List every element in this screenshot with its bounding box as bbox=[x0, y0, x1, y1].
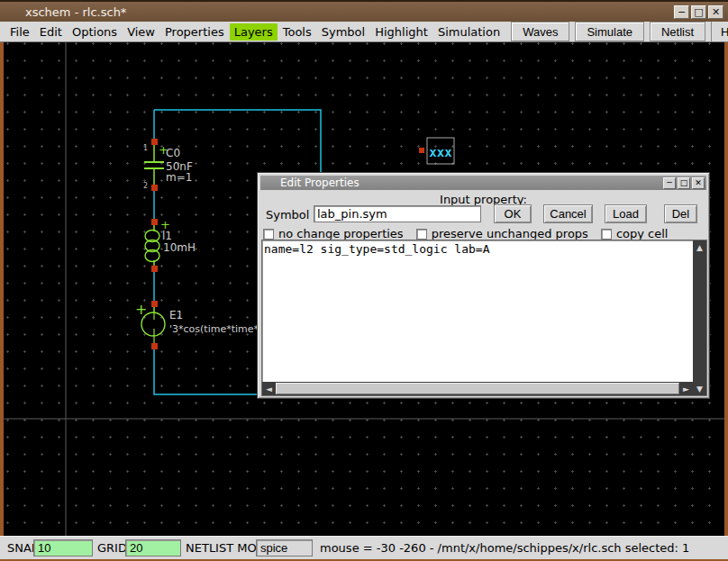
pin-square bbox=[151, 343, 158, 349]
copy-cell-checkbox[interactable] bbox=[601, 229, 612, 240]
scroll-right-icon[interactable]: ► bbox=[679, 382, 693, 395]
pin-square bbox=[151, 266, 158, 272]
preserve-unchanged-props-label: preserve unchanged props bbox=[432, 227, 588, 240]
property-textarea-frame: name=l2 sig_type=std_logic lab=A ▲ ▼ ◄ ► bbox=[261, 240, 707, 396]
checkbox-row: no change properties preserve unchanged … bbox=[263, 227, 668, 240]
src-name-label: E1 bbox=[169, 309, 183, 321]
title-bar: xschem - rlc.sch* ─ □ ✕ bbox=[0, 2, 728, 22]
pin-square bbox=[151, 139, 158, 145]
cancel-button[interactable]: Cancel bbox=[543, 204, 593, 223]
cap-pin1-number: 1 bbox=[143, 144, 148, 152]
waves-button[interactable]: Waves bbox=[511, 22, 569, 41]
dialog-title-bar[interactable]: Edit Properties ─ □ ✕ bbox=[260, 176, 706, 190]
menu-symbol[interactable]: Symbol bbox=[317, 23, 369, 41]
edit-properties-dialog: Edit Properties ─ □ ✕ Input property: Sy… bbox=[257, 172, 710, 399]
cap-name-label: C0 bbox=[166, 147, 180, 159]
menu-properties[interactable]: Properties bbox=[160, 23, 229, 41]
simulate-button[interactable]: Simulate bbox=[575, 22, 644, 41]
menu-layers[interactable]: Layers bbox=[230, 23, 278, 41]
menu-action-buttons: Waves Simulate Netlist Help bbox=[505, 22, 728, 41]
vertical-scrollbar[interactable]: ▲ ▼ bbox=[693, 240, 706, 395]
ind-value-label: 10mH bbox=[163, 241, 196, 254]
grid-input[interactable] bbox=[125, 539, 181, 556]
menu-view[interactable]: View bbox=[123, 23, 159, 41]
cap-extra-label: m=1 bbox=[166, 171, 192, 184]
pin-square bbox=[419, 148, 424, 153]
help-button[interactable]: Help bbox=[711, 22, 728, 41]
selected-lab-pin[interactable]: xxx bbox=[419, 138, 454, 164]
src-plus-mark: + bbox=[135, 301, 147, 318]
horizontal-scrollbar-thumb[interactable] bbox=[276, 383, 679, 394]
load-button[interactable]: Load bbox=[605, 204, 647, 223]
menu-file[interactable]: File bbox=[5, 23, 34, 41]
cap-pin2-number: 2 bbox=[143, 182, 148, 190]
lab-pin-text: xxx bbox=[429, 145, 452, 159]
window-title: xschem - rlc.sch* bbox=[0, 5, 126, 19]
window-controls: ─ □ ✕ bbox=[674, 5, 728, 19]
dialog-close-icon[interactable]: ✕ bbox=[692, 177, 705, 189]
maximize-icon[interactable]: □ bbox=[691, 5, 706, 19]
ok-button[interactable]: OK bbox=[494, 204, 532, 223]
menu-options[interactable]: Options bbox=[68, 23, 122, 41]
scroll-left-icon[interactable]: ◄ bbox=[262, 382, 276, 395]
snap-input[interactable] bbox=[33, 539, 93, 556]
symbol-label: Symbol bbox=[266, 208, 309, 222]
status-bar: SNAP: GRID: NETLIST MODE: mouse = -30 -2… bbox=[0, 536, 728, 559]
no-change-properties-checkbox[interactable] bbox=[263, 229, 274, 240]
minimize-icon[interactable]: ─ bbox=[674, 5, 689, 19]
dialog-maximize-icon[interactable]: □ bbox=[678, 177, 690, 189]
menu-tools[interactable]: Tools bbox=[278, 23, 316, 41]
del-button[interactable]: Del bbox=[664, 204, 697, 223]
dialog-title: Edit Properties bbox=[260, 176, 359, 189]
mouse-status-text: mouse = -30 -260 - /mnt/x/home/schippes/… bbox=[320, 541, 689, 555]
horizontal-scrollbar[interactable]: ◄ ► bbox=[262, 382, 693, 395]
dialog-minimize-icon[interactable]: ─ bbox=[663, 177, 676, 189]
netlist-button[interactable]: Netlist bbox=[650, 22, 705, 41]
pin-square bbox=[151, 301, 158, 307]
capacitor-c0[interactable]: 1 2 + C0 50nF m=1 bbox=[143, 139, 193, 191]
ind-name-label: l1 bbox=[162, 230, 172, 242]
pin-square bbox=[151, 219, 158, 225]
scroll-up-icon[interactable]: ▲ bbox=[693, 240, 706, 254]
copy-cell-label: copy cell bbox=[616, 227, 669, 240]
dialog-controls: ─ □ ✕ bbox=[663, 177, 706, 189]
symbol-input[interactable] bbox=[314, 205, 481, 222]
inductor-l1[interactable]: + l1 10mH bbox=[145, 218, 196, 272]
no-change-properties-label: no change properties bbox=[278, 227, 404, 240]
close-icon[interactable]: ✕ bbox=[708, 5, 723, 19]
xschem-window: xschem - rlc.sch* ─ □ ✕ File Edit Option… bbox=[0, 0, 728, 561]
menu-simulation[interactable]: Simulation bbox=[433, 23, 505, 41]
scroll-down-icon[interactable]: ▼ bbox=[693, 382, 706, 395]
preserve-unchanged-props-checkbox[interactable] bbox=[416, 229, 427, 240]
menu-edit[interactable]: Edit bbox=[35, 23, 67, 41]
menu-bar: File Edit Options View Properties Layers… bbox=[0, 22, 728, 42]
netlist-mode-input[interactable] bbox=[256, 539, 313, 556]
property-textarea[interactable]: name=l2 sig_type=std_logic lab=A bbox=[264, 242, 692, 381]
menu-highlight[interactable]: Highlight bbox=[370, 23, 432, 41]
pin-square bbox=[151, 185, 158, 191]
